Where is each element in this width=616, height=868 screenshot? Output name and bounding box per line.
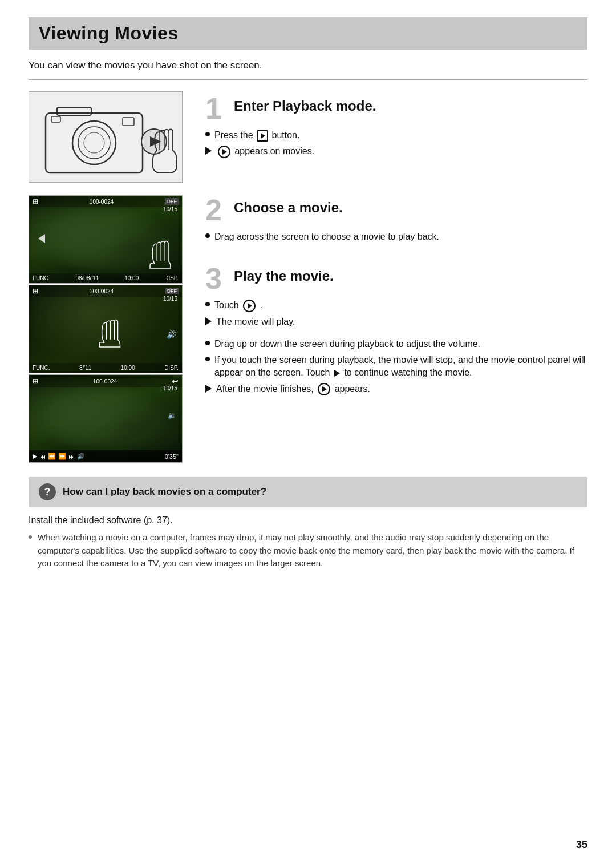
install-text: Install the included software (p. 37). [29,515,587,526]
ctrl-prev: ⏮ [39,453,46,460]
movie-play-icon [218,146,230,158]
movie-thumb-1-inner: ⊞ 100-0024 OFF 10/15 [29,196,182,283]
question-mark: ? [44,486,51,498]
notes-list: When watching a movie on a computer, fra… [29,531,587,570]
steps-2-3-images: ⊞ 100-0024 OFF 10/15 [29,195,188,463]
svg-point-3 [78,127,110,159]
thumb-1-left-arrow [35,232,48,248]
note-dot-1 [29,535,32,539]
ctrl-vol: 🔊 [77,453,85,460]
thumb-2-bottom-bar: FUNC. 8/'11 10:00 DISP. [29,363,182,373]
thumb-3-top-bar: ⊞ 100-0024 ↩ [29,375,182,387]
step-3-extra-3-text: After the movie finishes, appears. [216,383,370,396]
thumb-2-time: 10:00 [121,365,135,371]
step-2-header: 2 Choose a movie. [205,195,587,225]
step-3-extra-2: If you touch the screen during playback,… [205,354,587,380]
thumb-2-finger [90,308,121,350]
step-3-extra-1: Drag up or down the screen during playba… [205,338,587,350]
step-3-extra-1-text: Drag up or down the screen during playba… [214,338,480,350]
step-1-content: 1 Enter Playback mode. Press the button. [205,91,587,162]
step-3-bullet-2: The movie will play. [205,316,587,328]
bullet-dot-3c [205,357,210,361]
thumb-3-volume: 🔉 [168,410,176,420]
foliage-bg-3 [29,375,182,462]
step-3-bullets: Touch . The movie will play. [205,299,587,328]
bullet-dot-3a [205,302,210,306]
bullet-arrow-3 [205,317,212,325]
step-3-bullet-1: Touch . [205,299,587,312]
step-3-extra-2-text: If you touch the screen during playback,… [214,354,587,380]
inline-arrow-right-icon [334,370,340,377]
step-1-header: 1 Enter Playback mode. [205,94,587,123]
ctrl-duration: 0'35" [165,453,179,460]
ctrl-next: ⏭ [68,453,75,460]
step-1: 1 Enter Playback mode. Press the button. [29,91,587,183]
title-bar: Viewing Movies [29,17,587,50]
thumb-2-count: 10/15 [163,296,177,302]
question-icon: ? [39,483,56,500]
step-3-extra-bullets: Drag up or down the screen during playba… [205,338,587,396]
play-triangle-icon [222,149,227,155]
bullet-arrow [205,147,212,155]
step-2-content: 2 Choose a movie. Drag across the screen… [205,195,587,247]
ctrl-slow-back: ⏪ [48,453,56,460]
step-1-bullet-2: appears on movies. [205,145,587,158]
steps-2-3-content: 2 Choose a movie. Drag across the screen… [205,195,587,399]
svg-point-2 [72,121,116,164]
step-2-bullet-1-text: Drag across the screen to choose a movie… [214,231,439,243]
step-1-bullet-2-text: appears on movies. [216,145,314,158]
thumb-3-count: 10/15 [163,385,177,391]
thumb-1-top-bar: ⊞ 100-0024 OFF [29,196,182,207]
step-1-number: 1 [205,94,227,123]
svg-rect-5 [123,118,134,126]
steps-2-3: ⊞ 100-0024 OFF 10/15 [29,195,587,463]
thumb-1-off: OFF [165,198,179,205]
camera-svg [34,96,177,179]
camera-illustration [29,91,183,183]
thumb-1-time: 10:00 [124,275,139,281]
thumb-2-func: FUNC. [33,365,50,371]
touch-play-triangle [248,303,252,309]
thumb-1-func: FUNC. [33,275,50,281]
svg-rect-1 [57,107,91,115]
step-3-extra-3: After the movie finishes, appears. [205,383,587,396]
step-1-bullet-1-text: Press the button. [214,129,299,142]
touch-play-icon [243,300,256,312]
svg-rect-6 [51,116,60,122]
thumb-3-grid-icon: ⊞ [33,377,38,385]
ctrl-play: ▶ [33,453,37,460]
svg-point-4 [84,132,104,153]
thumb-3-badge: 100-0024 [93,378,117,385]
thumb-1-disp: DISP. [164,275,179,281]
section-divider [29,79,587,80]
after-play-triangle [322,386,327,392]
bullet-dot-3b [205,341,210,345]
step-2-title: Choose a movie. [234,200,343,216]
after-play-icon [318,383,330,395]
playback-button-icon [257,130,268,142]
note-item-1: When watching a movie on a computer, fra… [29,531,587,570]
movie-thumb-2: ⊞ 100-0024 OFF 10/15 🔊 [29,285,183,373]
controls-row: ▶ ⏮ ⏪ ⏩ ⏭ 🔊 0'35" [33,453,179,460]
svg-marker-15 [38,234,45,243]
thumb-1-bottom-bar: FUNC. 08/08/'11 10:00 DISP. [29,273,182,283]
bullet-dot [205,132,210,136]
bullet-dot-2 [205,233,210,238]
ctrl-slow-fwd: ⏩ [58,453,66,460]
note-text-1: When watching a movie on a computer, fra… [38,531,587,570]
step-3-bullet-2-text: The movie will play. [216,316,295,328]
movie-thumb-3: ⊞ 100-0024 ↩ 10/15 🔉 ▶ ⏮ ⏪ ⏩ [29,374,183,463]
play-triangle-small [261,133,265,139]
thumb-2-grid-icon: ⊞ [33,287,38,295]
step-2-bullets: Drag across the screen to choose a movie… [205,231,587,243]
thumb-1-finger [140,229,172,272]
question-text: How can I play back movies on a computer… [63,486,266,498]
step-3-bullet-1-text: Touch . [214,299,262,312]
thumb-2-disp: DISP. [164,365,179,371]
thumb-3-undo-icon: ↩ [172,377,179,386]
thumb-1-badge: 100-0024 [90,199,114,205]
question-box: ? How can I play back movies on a comput… [29,477,587,507]
step-2-bullet-1: Drag across the screen to choose a movie… [205,231,587,243]
step-3-content: 3 Play the movie. Touch . The mo [205,264,587,399]
thumb-1-date: 08/08/'11 [75,275,99,281]
